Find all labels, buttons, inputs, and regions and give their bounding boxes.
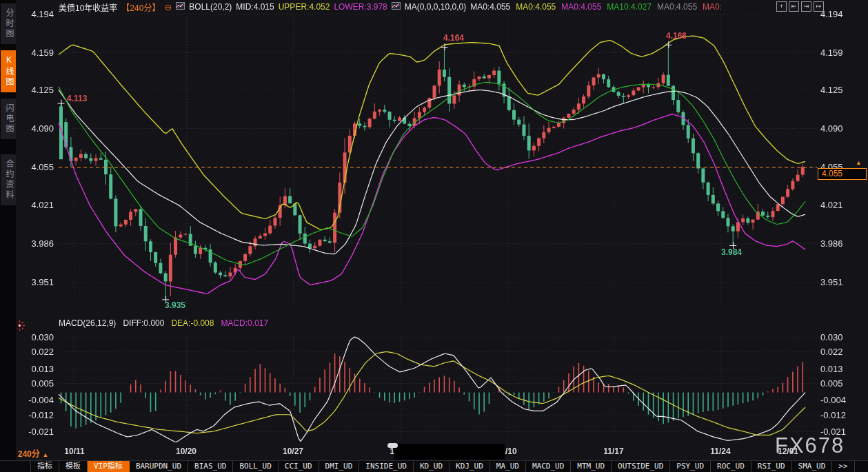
period-tag: 【240分】: [121, 1, 160, 13]
date-label: 10/11: [64, 447, 84, 456]
indicator-tab-CCI_UD[interactable]: CCI_UD: [279, 461, 319, 472]
price-axis-label: 4.090: [820, 123, 859, 134]
price-axis-label: 4.055: [15, 162, 54, 172]
ma-value-0: MA0:4.055: [470, 2, 510, 12]
ma-value-2: MA0:4.055: [561, 2, 601, 12]
indicator-tab-RSI_UD[interactable]: RSI_UD: [751, 461, 792, 472]
period-label: 240分: [18, 449, 40, 459]
indicator-tab-KDJ_UD[interactable]: KDJ_UD: [450, 461, 490, 472]
fx678-watermark: FX678: [775, 433, 845, 458]
current-price-tag: 4.055: [818, 168, 867, 180]
price-axis-label: 4.159: [820, 48, 859, 58]
go-latest-icon[interactable]: ↦: [814, 1, 824, 12]
indicator-tab-MTM_UD[interactable]: MTM_UD: [571, 461, 612, 472]
price-annotation: 3.935: [165, 300, 185, 310]
price-axis-label: 4.090: [15, 123, 54, 134]
price-axis-label: 3.986: [15, 238, 54, 249]
macd-axis-label: 0.013: [820, 364, 859, 374]
indicator-chart-icon[interactable]: [392, 2, 401, 12]
indicator-tab-KD_UD[interactable]: KD_UD: [414, 461, 450, 472]
macd-axis-label: -0.004: [15, 395, 54, 405]
boll-upper: UPPER:4.052: [279, 2, 330, 12]
indicator-tab-DMI_UD[interactable]: DMI_UD: [319, 461, 360, 472]
chart-header: 美债10年收益率 【240分】 ⊖ BOLL(20,2) MID:4.015 U…: [17, 0, 868, 14]
boll-mid: MID:4.015: [236, 2, 274, 12]
macd-axis-label: 0.005: [820, 378, 859, 389]
boll-label: BOLL(20,2): [189, 2, 232, 12]
date-label: 11/24: [710, 447, 730, 456]
crosshair-icon[interactable]: +: [776, 1, 787, 12]
indicator-tab-BIAS_UD[interactable]: BIAS_UD: [188, 461, 233, 472]
chart-canvas[interactable]: [0, 0, 868, 460]
pan-right-icon[interactable]: ⇥: [801, 1, 811, 12]
indicator-tab-BOLL_UD[interactable]: BOLL_UD: [233, 461, 278, 472]
indicator-chart-icon[interactable]: [176, 2, 185, 12]
indicator-tab-VIP指标[interactable]: VIP指标: [88, 461, 130, 472]
trading-app-window: 分时图K线图闪电图合约资料 美债10年收益率 【240分】 ⊖ BOLL(20,…: [0, 0, 868, 472]
toolbar-spacer: [0, 461, 31, 472]
price-annotation: 4.166: [666, 31, 687, 41]
period-selector[interactable]: 240分 ▲: [18, 447, 48, 459]
date-label: 10/20: [176, 447, 196, 456]
sidebar-item-2[interactable]: 闪电图: [1, 99, 16, 139]
price-axis-label: 3.951: [820, 277, 859, 287]
macd-header: MACD(26,12,9) DIFF:0.000 DEA:-0.008 MACD…: [59, 318, 268, 329]
price-arrow-icon: ▲: [856, 159, 862, 166]
ma-value-5: MA0:: [703, 2, 722, 12]
price-axis-label: 3.951: [15, 277, 54, 287]
indicator-tab-MACD_UD[interactable]: MACD_UD: [526, 461, 571, 472]
macd-axis-label: 0.030: [820, 332, 859, 342]
instrument-title: 美债10年收益率: [59, 1, 117, 13]
sidebar-item-1[interactable]: K线图: [1, 50, 16, 92]
macd-axis-label: 0.005: [15, 378, 54, 389]
price-axis-label: 4.159: [15, 48, 54, 58]
date-label: 10/27: [283, 447, 303, 456]
price-axis-label: 4.125: [820, 85, 859, 95]
indicator-tab-模板[interactable]: 模板: [59, 461, 88, 472]
macd-diff: DIFF:0.000: [123, 318, 164, 328]
macd-axis-label: -0.021: [15, 427, 54, 437]
sidebar-item-3[interactable]: 合约资料: [1, 154, 16, 205]
date-label: 11/17: [603, 447, 623, 456]
price-axis-label: 3.986: [820, 238, 859, 249]
collapse-icon[interactable]: ⊖: [164, 2, 172, 12]
macd-axis-label: 0.013: [15, 364, 54, 374]
price-annotation: 3.984: [721, 247, 742, 257]
sidebar-item-0[interactable]: 分时图: [1, 3, 16, 44]
boll-lower: LOWER:3.978: [334, 2, 387, 12]
ma-value-1: MA0:4.055: [516, 2, 556, 12]
indicator-tab-bar: 指标模板VIP指标BARUPDN_UDBIAS_UDBOLL_UDCCI_UDD…: [0, 460, 868, 472]
indicator-tab-PSY_UD[interactable]: PSY_UD: [670, 461, 711, 472]
macd-axis-label: -0.012: [15, 410, 54, 420]
scroll-handle[interactable]: [387, 443, 398, 448]
macd-axis-label: -0.004: [820, 395, 859, 405]
macd-axis-label: -0.012: [820, 410, 859, 420]
overlay-black-box: [394, 444, 505, 460]
price-annotation: 4.113: [67, 94, 87, 103]
macd-label: MACD(26,12,9): [59, 318, 116, 328]
indicator-tab->>[interactable]: >>: [832, 461, 854, 472]
indicator-tab-OUTSIDE_UD[interactable]: OUTSIDE_UD: [612, 461, 670, 472]
price-annotation: 4.164: [443, 33, 464, 43]
period-arrow-icon: ▲: [42, 451, 48, 458]
macd-macd: MACD:0.017: [221, 318, 268, 328]
macd-axis-label: 0.030: [15, 332, 54, 342]
price-axis-label: 4.125: [15, 85, 54, 95]
ma-value-3: MA10:4.027: [607, 2, 652, 12]
chart-type-sidebar: 分时图K线图闪电图合约资料: [0, 0, 17, 460]
indicator-tab-MA_UD[interactable]: MA_UD: [490, 461, 526, 472]
indicator-tab-ROC_UD[interactable]: ROC_UD: [711, 461, 751, 472]
macd-axis-label: 0.022: [15, 347, 54, 357]
indicator-tab-指标[interactable]: 指标: [31, 461, 59, 472]
indicator-tab-SMA_UD[interactable]: SMA_UD: [792, 461, 833, 472]
ma-value-4: MA0:4.055: [657, 2, 697, 12]
indicator-tab-INSIDE_UD[interactable]: INSIDE_UD: [359, 461, 414, 472]
pan-left-icon[interactable]: ⇤: [789, 1, 799, 12]
ma-values: MA0:4.055MA0:4.055MA0:4.055MA10:4.027MA0…: [470, 2, 722, 12]
price-axis-label: 4.021: [15, 200, 54, 210]
macd-axis-label: 0.022: [820, 347, 859, 357]
chart-toolbuttons: +⇤⇥↦: [776, 1, 824, 12]
macd-dea: DEA:-0.008: [171, 318, 214, 328]
indicator-tab-BARUPDN_UD[interactable]: BARUPDN_UD: [130, 461, 188, 472]
price-axis-label: 4.021: [820, 200, 859, 210]
